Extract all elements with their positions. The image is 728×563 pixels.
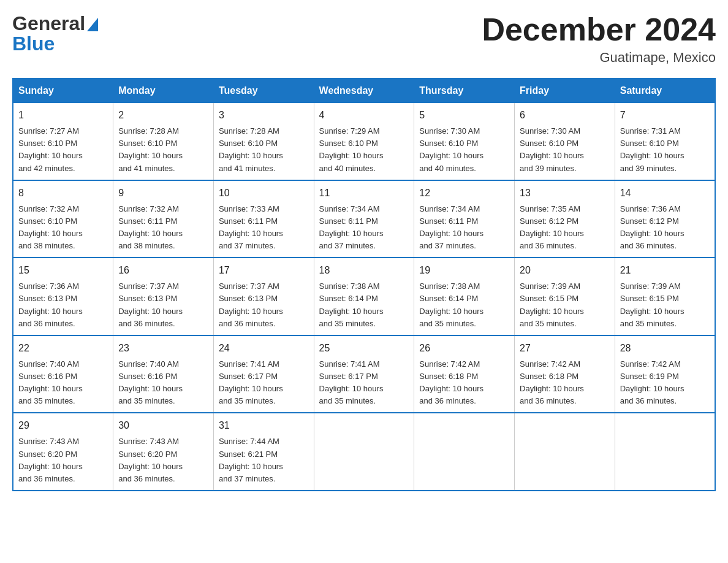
- day-number: 14: [620, 186, 710, 201]
- day-number: 15: [18, 263, 108, 278]
- day-info: Sunrise: 7:30 AMSunset: 6:10 PMDaylight:…: [520, 125, 610, 175]
- calendar-cell: 24 Sunrise: 7:41 AMSunset: 6:17 PMDaylig…: [213, 335, 314, 413]
- day-number: 7: [620, 108, 710, 123]
- calendar-week-3: 15 Sunrise: 7:36 AMSunset: 6:13 PMDaylig…: [13, 258, 715, 335]
- calendar-cell: [314, 413, 414, 491]
- day-info: Sunrise: 7:30 AMSunset: 6:10 PMDaylight:…: [419, 125, 509, 175]
- calendar-cell: 11 Sunrise: 7:34 AMSunset: 6:11 PMDaylig…: [314, 180, 414, 258]
- calendar-cell: 4 Sunrise: 7:29 AMSunset: 6:10 PMDayligh…: [314, 103, 414, 180]
- month-title: December 2024: [482, 12, 716, 47]
- calendar-cell: 31 Sunrise: 7:44 AMSunset: 6:21 PMDaylig…: [213, 413, 314, 491]
- day-number: 29: [18, 418, 108, 433]
- calendar-cell: [414, 413, 515, 491]
- day-number: 4: [319, 108, 409, 123]
- calendar-cell: 28 Sunrise: 7:42 AMSunset: 6:19 PMDaylig…: [615, 335, 715, 413]
- title-block: December 2024 Guatimape, Mexico: [482, 12, 716, 66]
- calendar-cell: 1 Sunrise: 7:27 AMSunset: 6:10 PMDayligh…: [13, 103, 113, 180]
- weekday-header-saturday: Saturday: [615, 79, 715, 103]
- day-info: Sunrise: 7:43 AMSunset: 6:20 PMDaylight:…: [118, 435, 208, 485]
- calendar-cell: 22 Sunrise: 7:40 AMSunset: 6:16 PMDaylig…: [13, 335, 113, 413]
- day-info: Sunrise: 7:31 AMSunset: 6:10 PMDaylight:…: [620, 125, 710, 175]
- day-info: Sunrise: 7:35 AMSunset: 6:12 PMDaylight:…: [520, 203, 610, 253]
- calendar-cell: 26 Sunrise: 7:42 AMSunset: 6:18 PMDaylig…: [414, 335, 515, 413]
- calendar-cell: 27 Sunrise: 7:42 AMSunset: 6:18 PMDaylig…: [515, 335, 615, 413]
- day-info: Sunrise: 7:36 AMSunset: 6:13 PMDaylight:…: [18, 280, 108, 330]
- day-number: 9: [118, 186, 208, 201]
- day-info: Sunrise: 7:41 AMSunset: 6:17 PMDaylight:…: [219, 358, 309, 408]
- page-header: General Blue December 2024 Guatimape, Me…: [12, 12, 716, 66]
- day-info: Sunrise: 7:44 AMSunset: 6:21 PMDaylight:…: [219, 435, 309, 485]
- weekday-header-friday: Friday: [515, 79, 615, 103]
- day-info: Sunrise: 7:42 AMSunset: 6:19 PMDaylight:…: [620, 358, 710, 408]
- calendar-cell: 20 Sunrise: 7:39 AMSunset: 6:15 PMDaylig…: [515, 258, 615, 335]
- day-info: Sunrise: 7:39 AMSunset: 6:15 PMDaylight:…: [620, 280, 710, 330]
- day-info: Sunrise: 7:42 AMSunset: 6:18 PMDaylight:…: [419, 358, 509, 408]
- calendar-cell: 3 Sunrise: 7:28 AMSunset: 6:10 PMDayligh…: [213, 103, 314, 180]
- calendar-cell: 2 Sunrise: 7:28 AMSunset: 6:10 PMDayligh…: [113, 103, 214, 180]
- day-number: 31: [219, 418, 309, 433]
- logo: General Blue: [12, 12, 98, 55]
- day-info: Sunrise: 7:27 AMSunset: 6:10 PMDaylight:…: [18, 125, 108, 175]
- day-number: 11: [319, 186, 409, 201]
- calendar-cell: 8 Sunrise: 7:32 AMSunset: 6:10 PMDayligh…: [13, 180, 113, 258]
- calendar-cell: 23 Sunrise: 7:40 AMSunset: 6:16 PMDaylig…: [113, 335, 214, 413]
- day-info: Sunrise: 7:29 AMSunset: 6:10 PMDaylight:…: [319, 125, 409, 175]
- day-number: 27: [520, 341, 610, 356]
- day-number: 23: [118, 341, 208, 356]
- calendar-week-1: 1 Sunrise: 7:27 AMSunset: 6:10 PMDayligh…: [13, 103, 715, 180]
- day-number: 17: [219, 263, 309, 278]
- day-number: 20: [520, 263, 610, 278]
- day-info: Sunrise: 7:34 AMSunset: 6:11 PMDaylight:…: [419, 203, 509, 253]
- calendar-cell: [515, 413, 615, 491]
- calendar-week-5: 29 Sunrise: 7:43 AMSunset: 6:20 PMDaylig…: [13, 413, 715, 491]
- day-number: 25: [319, 341, 409, 356]
- day-number: 10: [219, 186, 309, 201]
- weekday-header-tuesday: Tuesday: [213, 79, 314, 103]
- day-number: 2: [118, 108, 208, 123]
- day-info: Sunrise: 7:32 AMSunset: 6:11 PMDaylight:…: [118, 203, 208, 253]
- calendar-cell: 9 Sunrise: 7:32 AMSunset: 6:11 PMDayligh…: [113, 180, 214, 258]
- calendar-cell: 29 Sunrise: 7:43 AMSunset: 6:20 PMDaylig…: [13, 413, 113, 491]
- weekday-header-monday: Monday: [113, 79, 214, 103]
- day-info: Sunrise: 7:28 AMSunset: 6:10 PMDaylight:…: [219, 125, 309, 175]
- day-info: Sunrise: 7:39 AMSunset: 6:15 PMDaylight:…: [520, 280, 610, 330]
- day-number: 19: [419, 263, 509, 278]
- day-info: Sunrise: 7:37 AMSunset: 6:13 PMDaylight:…: [118, 280, 208, 330]
- day-info: Sunrise: 7:33 AMSunset: 6:11 PMDaylight:…: [219, 203, 309, 253]
- day-info: Sunrise: 7:32 AMSunset: 6:10 PMDaylight:…: [18, 203, 108, 253]
- calendar-cell: 15 Sunrise: 7:36 AMSunset: 6:13 PMDaylig…: [13, 258, 113, 335]
- day-number: 6: [520, 108, 610, 123]
- logo-triangle-icon: [87, 18, 98, 34]
- calendar-cell: 18 Sunrise: 7:38 AMSunset: 6:14 PMDaylig…: [314, 258, 414, 335]
- logo-blue-text: Blue: [12, 33, 55, 55]
- day-number: 18: [319, 263, 409, 278]
- day-info: Sunrise: 7:40 AMSunset: 6:16 PMDaylight:…: [118, 358, 208, 408]
- day-info: Sunrise: 7:40 AMSunset: 6:16 PMDaylight:…: [18, 358, 108, 408]
- day-number: 26: [419, 341, 509, 356]
- day-number: 8: [18, 186, 108, 201]
- calendar-week-4: 22 Sunrise: 7:40 AMSunset: 6:16 PMDaylig…: [13, 335, 715, 413]
- calendar-cell: 7 Sunrise: 7:31 AMSunset: 6:10 PMDayligh…: [615, 103, 715, 180]
- day-number: 22: [18, 341, 108, 356]
- day-info: Sunrise: 7:36 AMSunset: 6:12 PMDaylight:…: [620, 203, 710, 253]
- calendar-cell: 12 Sunrise: 7:34 AMSunset: 6:11 PMDaylig…: [414, 180, 515, 258]
- day-number: 5: [419, 108, 509, 123]
- calendar-cell: 25 Sunrise: 7:41 AMSunset: 6:17 PMDaylig…: [314, 335, 414, 413]
- day-number: 1: [18, 108, 108, 123]
- day-number: 21: [620, 263, 710, 278]
- day-info: Sunrise: 7:34 AMSunset: 6:11 PMDaylight:…: [319, 203, 409, 253]
- location-subtitle: Guatimape, Mexico: [482, 50, 716, 66]
- day-number: 3: [219, 108, 309, 123]
- day-number: 30: [118, 418, 208, 433]
- day-info: Sunrise: 7:42 AMSunset: 6:18 PMDaylight:…: [520, 358, 610, 408]
- calendar-cell: 16 Sunrise: 7:37 AMSunset: 6:13 PMDaylig…: [113, 258, 214, 335]
- calendar-cell: 13 Sunrise: 7:35 AMSunset: 6:12 PMDaylig…: [515, 180, 615, 258]
- day-info: Sunrise: 7:43 AMSunset: 6:20 PMDaylight:…: [18, 435, 108, 485]
- calendar-cell: 17 Sunrise: 7:37 AMSunset: 6:13 PMDaylig…: [213, 258, 314, 335]
- day-number: 13: [520, 186, 610, 201]
- day-number: 12: [419, 186, 509, 201]
- weekday-header-sunday: Sunday: [13, 79, 113, 103]
- day-info: Sunrise: 7:38 AMSunset: 6:14 PMDaylight:…: [419, 280, 509, 330]
- day-info: Sunrise: 7:41 AMSunset: 6:17 PMDaylight:…: [319, 358, 409, 408]
- day-number: 24: [219, 341, 309, 356]
